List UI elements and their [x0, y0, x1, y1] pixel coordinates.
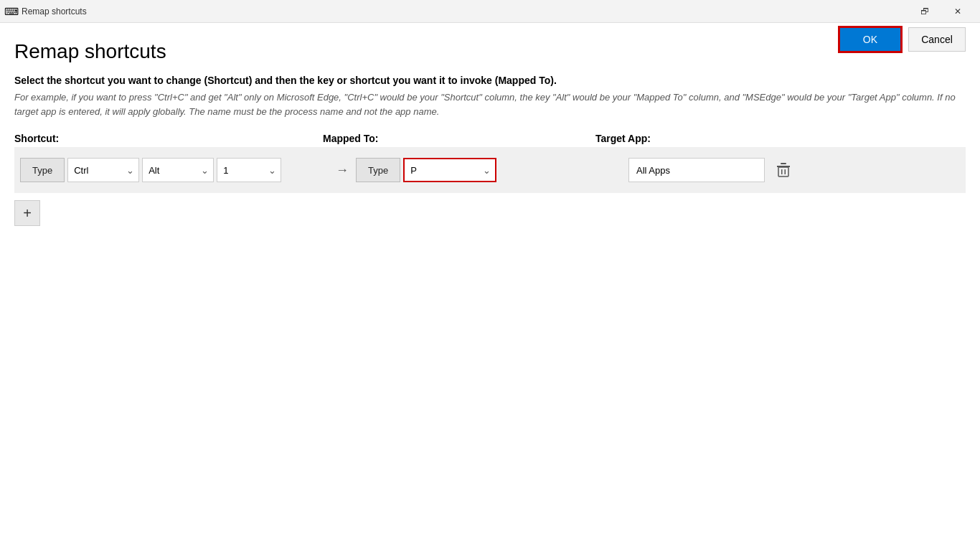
page-title: Remap shortcuts: [14, 40, 966, 63]
shortcut-mod2-select[interactable]: Alt Ctrl Shift Win None: [143, 159, 213, 182]
mapped-key-wrapper[interactable]: P A B C Ctrl Alt Shift: [403, 158, 496, 182]
maximize-button[interactable]: 🗗: [908, 0, 941, 23]
mapped-column-header: Mapped To:: [323, 133, 595, 144]
svg-rect-2: [778, 167, 788, 176]
title-bar: ⌨ Remap shortcuts 🗗 ✕: [0, 0, 980, 23]
shortcut-key-wrapper[interactable]: 1 2 3 A B C P: [217, 158, 281, 182]
shortcut-section: Type Ctrl Alt Shift Win None Alt Ctrl Sh…: [20, 158, 329, 182]
svg-rect-1: [781, 163, 786, 164]
main-content: Remap shortcuts Select the shortcut you …: [0, 23, 980, 240]
target-column-header: Target App:: [595, 133, 651, 144]
svg-rect-4: [785, 169, 786, 174]
mapped-section: Type P A B C Ctrl Alt Shift: [356, 158, 628, 182]
arrow-icon: →: [336, 163, 349, 178]
shortcut-mod1-wrapper[interactable]: Ctrl Alt Shift Win None: [67, 158, 139, 182]
shortcut-type-button[interactable]: Type: [20, 158, 65, 182]
header-actions: OK Cancel: [838, 26, 966, 53]
mapped-type-button[interactable]: Type: [356, 158, 400, 182]
shortcut-mod2-wrapper[interactable]: Alt Ctrl Shift Win None: [142, 158, 214, 182]
title-bar-title: Remap shortcuts: [22, 6, 87, 17]
description-main: Select the shortcut you want to change (…: [14, 75, 966, 86]
svg-rect-3: [781, 169, 783, 174]
target-app-input[interactable]: [628, 158, 765, 182]
delete-row-button[interactable]: [771, 159, 796, 181]
mapped-key-select[interactable]: P A B C Ctrl Alt Shift: [405, 159, 495, 181]
app-icon: ⌨: [6, 6, 17, 17]
description-example: For example, if you want to press "Ctrl+…: [14, 90, 961, 118]
title-bar-left: ⌨ Remap shortcuts: [6, 6, 87, 17]
trash-icon: [776, 162, 791, 178]
cancel-button[interactable]: Cancel: [908, 27, 966, 52]
shortcut-column-header: Shortcut:: [14, 133, 323, 144]
shortcut-mod1-select[interactable]: Ctrl Alt Shift Win None: [68, 159, 138, 182]
ok-button[interactable]: OK: [838, 26, 903, 53]
add-row-button[interactable]: +: [14, 200, 40, 226]
title-bar-controls: 🗗 ✕: [908, 0, 974, 23]
target-section: [628, 158, 960, 182]
columns-header: Shortcut: Mapped To: Target App:: [14, 133, 966, 144]
shortcut-row: Type Ctrl Alt Shift Win None Alt Ctrl Sh…: [14, 147, 966, 193]
shortcut-key-select[interactable]: 1 2 3 A B C P: [217, 159, 281, 182]
close-button[interactable]: ✕: [941, 0, 974, 23]
